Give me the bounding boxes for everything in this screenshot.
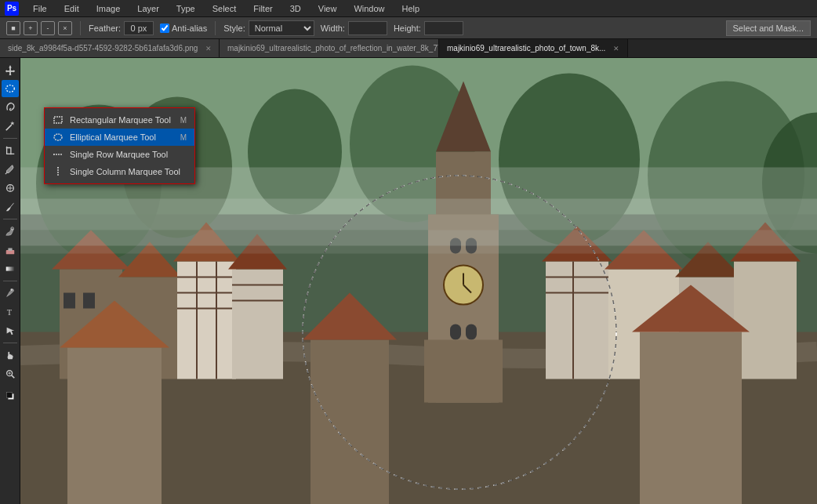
lasso-tool[interactable] [2, 99, 19, 116]
tab-1-close[interactable]: ✕ [205, 45, 212, 53]
svg-line-2 [5, 125, 11, 130]
fg-bg-colors[interactable] [2, 387, 19, 404]
separator-1 [3, 138, 17, 139]
svg-text:T: T [6, 308, 12, 317]
svg-rect-20 [6, 393, 12, 398]
rect-marquee-icon [53, 114, 64, 125]
menu-window[interactable]: Window [350, 2, 387, 15]
popup-elliptical-marquee[interactable]: Elliptical Marquee Tool M [45, 129, 194, 146]
popup-rect-marquee[interactable]: Rectangular Marquee Tool M [45, 111, 194, 129]
type-tool[interactable]: T [2, 303, 19, 321]
width-input[interactable] [348, 21, 387, 35]
popup-single-col-marquee-label: Single Column Marquee Tool [70, 167, 180, 176]
height-label: Height: [394, 24, 421, 33]
separator-3 [3, 281, 17, 281]
menu-select[interactable]: Select [209, 2, 240, 15]
subtract-selection-btn[interactable]: - [41, 21, 55, 35]
svg-point-1 [5, 85, 14, 92]
tab-1-label: side_8k_a9984f5a-d557-4592-9282-5b61afaf… [8, 44, 198, 53]
left-toolbar: T [0, 58, 20, 504]
menu-layer[interactable]: Layer [134, 2, 162, 15]
popup-rect-marquee-shortcut: M [180, 116, 187, 125]
svg-rect-81 [54, 117, 62, 123]
menu-type[interactable]: Type [173, 2, 198, 15]
feather-label: Feather: [89, 24, 121, 33]
canvas-area[interactable]: Rectangular Marquee Tool M Elliptical Ma… [20, 58, 817, 504]
width-label: Width: [321, 24, 345, 33]
brush-tool[interactable] [2, 198, 19, 216]
tab-1[interactable]: side_8k_a9984f5a-d557-4592-9282-5b61afaf… [0, 39, 220, 58]
popup-single-row-marquee[interactable]: Single Row Marquee Tool [45, 146, 194, 163]
eyedropper-tool[interactable] [2, 161, 19, 178]
tab-3-label: majkinio69_ultrarealistic_photo_of_town_… [447, 44, 605, 53]
menu-edit[interactable]: Edit [61, 2, 82, 15]
popup-elliptical-marquee-shortcut: M [180, 133, 187, 142]
separator-4 [3, 343, 17, 343]
style-label: Style: [223, 24, 245, 33]
menu-help[interactable]: Help [399, 2, 423, 15]
svg-line-16 [11, 375, 14, 379]
clone-stamp-tool[interactable] [2, 223, 19, 240]
zoom-tool[interactable] [2, 365, 19, 383]
antialias-text: Anti-alias [172, 24, 207, 33]
menu-file[interactable]: File [30, 2, 50, 15]
single-row-marquee-icon [53, 149, 64, 160]
menu-view[interactable]: View [315, 2, 340, 15]
tab-3[interactable]: majkinio69_ultrarealistic_photo_of_town_… [439, 39, 628, 58]
feather-group: Feather: [89, 21, 154, 35]
tab-2[interactable]: majkinio69_ultrarealistic_photo_of_refle… [220, 39, 439, 58]
gradient-tool[interactable] [2, 260, 19, 277]
move-tool[interactable] [2, 61, 19, 78]
path-select-tool[interactable] [2, 322, 19, 339]
style-select[interactable]: Normal Fixed Ratio Fixed Size [249, 20, 314, 36]
height-input[interactable] [424, 21, 463, 35]
popup-rect-marquee-label: Rectangular Marquee Tool [70, 115, 174, 125]
svg-marker-0 [5, 65, 14, 75]
tabs-bar: side_8k_a9984f5a-d557-4592-9282-5b61afaf… [0, 39, 817, 58]
divider-1 [80, 21, 81, 35]
tab-3-close[interactable]: ✕ [613, 45, 619, 53]
intersect-selection-btn[interactable]: × [58, 21, 72, 35]
svg-rect-11 [5, 267, 14, 270]
height-group: Height: [394, 21, 463, 35]
healing-tool[interactable] [2, 179, 19, 197]
popup-elliptical-marquee-label: Elliptical Marquee Tool [70, 132, 174, 142]
menu-bar: Ps File Edit Image Layer Type Select Fil… [0, 0, 817, 17]
style-group: Style: Normal Fixed Ratio Fixed Size [223, 20, 314, 36]
crop-tool[interactable] [2, 142, 19, 159]
menu-filter[interactable]: Filter [250, 2, 275, 15]
width-group: Width: [321, 21, 387, 35]
select-and-mask-button[interactable]: Select and Mask... [726, 20, 812, 36]
tool-popup: Rectangular Marquee Tool M Elliptical Ma… [44, 107, 195, 184]
hand-tool[interactable] [2, 346, 19, 364]
svg-point-12 [10, 288, 13, 291]
svg-line-4 [5, 172, 6, 174]
menu-image[interactable]: Image [93, 2, 124, 15]
marquee-tool[interactable] [2, 80, 19, 97]
eraser-tool[interactable] [2, 241, 19, 259]
app-logo: Ps [5, 2, 19, 16]
pen-tool[interactable] [2, 285, 19, 302]
antialias-checkbox[interactable] [160, 24, 169, 33]
feather-input[interactable] [124, 21, 154, 35]
tab-2-label: majkinio69_ultrarealistic_photo_of_refle… [227, 44, 439, 53]
elliptical-marquee-icon [53, 132, 64, 143]
svg-point-82 [54, 134, 62, 140]
divider-2 [215, 21, 216, 35]
main-area: T [0, 58, 817, 504]
new-selection-btn[interactable]: ■ [6, 21, 20, 35]
svg-marker-14 [6, 328, 14, 335]
single-col-marquee-icon [53, 166, 64, 177]
menu-3d[interactable]: 3D [287, 2, 304, 15]
separator-2 [3, 219, 17, 219]
options-bar: ■ + - × Feather: Anti-alias Style: Norma… [0, 17, 817, 39]
svg-rect-10 [8, 248, 12, 251]
antialias-group: Anti-alias [160, 24, 207, 33]
popup-single-col-marquee[interactable]: Single Column Marquee Tool [45, 163, 194, 180]
selection-mode-group: ■ + - × [6, 21, 72, 35]
antialias-label: Anti-alias [160, 24, 207, 33]
popup-single-row-marquee-label: Single Row Marquee Tool [70, 150, 180, 159]
magic-wand-tool[interactable] [2, 118, 19, 135]
add-selection-btn[interactable]: + [24, 21, 38, 35]
